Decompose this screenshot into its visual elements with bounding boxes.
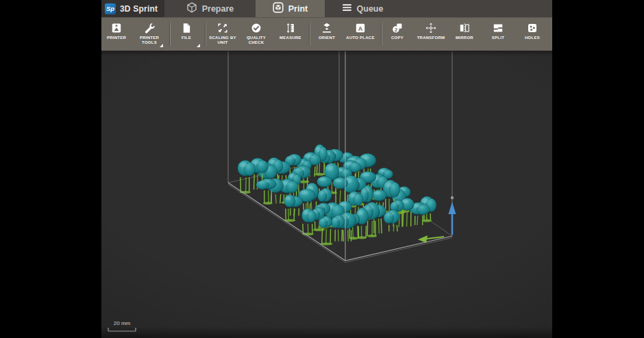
svg-text:2: 2 (395, 27, 398, 33)
toolbar-button-label: TRANSFORM (417, 36, 445, 40)
viewport-3d[interactable]: 20 mm (101, 51, 552, 338)
toolbar-button-label: PRINTERTOOLS (140, 36, 159, 44)
toolbar-group-divider (382, 23, 382, 46)
toolbar-button-label: SCALING BYUNIT (209, 36, 236, 44)
quality-check-icon (250, 22, 262, 34)
transform-icon (425, 22, 437, 34)
cube-icon (186, 2, 197, 15)
toolbar-button-printer-tools[interactable]: PRINTERTOOLS (133, 18, 166, 50)
app-brand[interactable]: Sp 3D Sprint (101, 0, 164, 17)
toolbar-button-split[interactable]: SPLIT (482, 18, 515, 50)
model-cluster (238, 144, 436, 245)
app-title: 3D Sprint (120, 4, 158, 14)
auto-place-icon: A (354, 22, 367, 34)
toolbar-button-label: COPY (391, 36, 404, 40)
toolbar: PRINTERPRINTERTOOLSFILESCALING BYUNITQUA… (101, 17, 552, 51)
print-module-icon (273, 2, 284, 15)
z-axis-arrow[interactable] (449, 196, 456, 235)
holes-icon (526, 22, 538, 34)
toolbar-button-label: HOLES (525, 36, 540, 40)
printer-icon (110, 22, 123, 34)
toolbar-button-label: PRINTER (107, 36, 126, 40)
toolbar-button-orient[interactable]: ORIENT (310, 18, 343, 50)
tab-prepare[interactable]: Prepare (164, 0, 256, 17)
printer-tools-icon (143, 22, 156, 34)
toolbar-group-divider (170, 23, 171, 46)
mirror-icon (458, 22, 471, 34)
orient-icon (321, 22, 333, 34)
toolbar-button-copy[interactable]: 2COPY (381, 18, 414, 50)
toolbar-button-label: ORIENT (319, 36, 335, 40)
toolbar-button-auto-place[interactable]: AAUTO PLACE (344, 18, 377, 50)
sp-logo-icon: Sp (105, 3, 116, 14)
measure-icon (284, 22, 297, 34)
scaling-by-unit-icon (216, 22, 229, 34)
dropdown-corner-indicator (160, 44, 163, 47)
tab-queue[interactable]: Queue (325, 0, 400, 17)
scene-canvas[interactable]: 20 mm (101, 51, 552, 338)
copy-icon: 2 (391, 22, 404, 34)
toolbar-button-printer[interactable]: PRINTER (100, 18, 133, 50)
toolbar-button-transform[interactable]: TRANSFORM (414, 18, 447, 50)
tab-print-label: Print (288, 4, 308, 14)
queue-menu-icon (342, 3, 352, 14)
tab-queue-label: Queue (357, 4, 384, 14)
file-icon (180, 22, 193, 34)
toolbar-button-label: MEASURE (280, 36, 301, 40)
toolbar-group-divider (206, 23, 206, 46)
app-window: Sp 3D Sprint Prepare (101, 0, 552, 338)
split-icon (492, 22, 504, 34)
screen: Sp 3D Sprint Prepare (0, 0, 644, 338)
tab-prepare-label: Prepare (202, 4, 234, 14)
toolbar-button-label: AUTO PLACE (346, 36, 374, 40)
scale-bar: 20 mm (108, 320, 136, 331)
toolbar-button-measure[interactable]: MEASURE (274, 18, 307, 50)
toolbar-button-quality-check[interactable]: QUALITYCHECK (240, 18, 273, 50)
toolbar-button-label: FILE (182, 36, 191, 40)
toolbar-button-label: QUALITYCHECK (247, 36, 266, 44)
tab-print[interactable]: Print (256, 0, 325, 17)
scale-bar-label: 20 mm (114, 320, 131, 326)
toolbar-button-label: SPLIT (492, 36, 504, 40)
toolbar-button-label: MIRROR (456, 36, 473, 40)
toolbar-group-divider (310, 23, 310, 46)
toolbar-button-scaling-by-unit[interactable]: SCALING BYUNIT (206, 18, 239, 50)
svg-text:A: A (358, 25, 363, 32)
toolbar-button-file[interactable]: FILE (170, 18, 203, 50)
dropdown-corner-indicator (197, 44, 200, 47)
tab-bar: Sp 3D Sprint Prepare (101, 0, 552, 17)
toolbar-button-mirror[interactable]: MIRROR (448, 18, 481, 50)
toolbar-button-holes[interactable]: HOLES (516, 18, 549, 50)
